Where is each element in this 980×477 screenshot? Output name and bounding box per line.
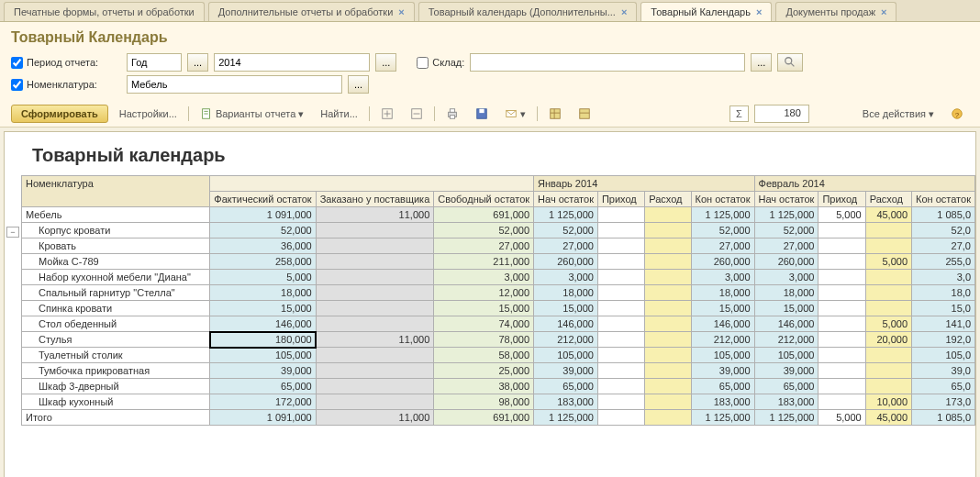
table-row[interactable]: Стулья180,00011,00078,000212,000212,0002… [22, 332, 975, 348]
table-row[interactable]: Мебель1 091,00011,000691,0001 125,0001 1… [22, 207, 975, 223]
cell-name: Набор кухонной мебели "Диана" [22, 270, 210, 285]
cell-value: 3,000 [534, 270, 598, 285]
search-icon [784, 56, 796, 69]
all-actions-button[interactable]: Все действия ▾ [857, 105, 940, 123]
sklad-dots[interactable]: ... [751, 53, 772, 72]
cell-value [645, 254, 691, 270]
col-header: Кон остаток [691, 192, 754, 207]
tab[interactable]: Товарный Календарь× [640, 2, 772, 21]
period-label-text: Период отчета: [27, 57, 98, 68]
table-icon-2[interactable] [573, 105, 596, 123]
cell-value [865, 223, 911, 238]
col-header: Нач остаток [534, 192, 598, 207]
find-button[interactable]: Найти... [315, 105, 363, 122]
close-icon[interactable]: × [621, 6, 627, 17]
cell-value [597, 301, 644, 316]
tree-collapse-icon[interactable]: − [6, 227, 19, 238]
cell-name: Мойка С-789 [22, 254, 210, 270]
cell-value: 15,0 [912, 301, 975, 316]
cell-value: 146,000 [210, 316, 316, 332]
filter-period-label[interactable]: Период отчета: [11, 57, 121, 69]
table-row[interactable]: Итого1 091,00011,000691,0001 125,0001 12… [22, 410, 975, 426]
nomen-dots[interactable]: ... [348, 75, 369, 94]
table-row[interactable]: Корпус кровати52,00052,00052,00052,00052… [22, 223, 975, 238]
nomen-input[interactable] [127, 75, 342, 94]
table-row[interactable]: Спинка кровати15,00015,00015,00015,00015… [22, 301, 975, 316]
sklad-checkbox[interactable] [417, 57, 429, 69]
period-checkbox[interactable] [11, 57, 23, 69]
mail-icon[interactable]: ▾ [499, 105, 531, 123]
cell-value [865, 379, 911, 394]
period-value-dots[interactable]: ... [375, 53, 396, 72]
collapse-icon[interactable] [405, 105, 429, 123]
save-icon[interactable] [470, 105, 494, 123]
cell-value: 65,000 [534, 379, 598, 394]
table-row[interactable]: Спальный гарнитур "Стелла"18,00012,00018… [22, 285, 975, 301]
cell-value [316, 301, 434, 316]
close-icon[interactable]: × [881, 6, 886, 17]
cell-value: 52,000 [691, 223, 754, 238]
tab[interactable]: Печатные формы, отчеты и обработки [4, 2, 205, 21]
cell-value [819, 223, 865, 238]
table-row[interactable]: Туалетный столик105,00058,000105,000105,… [22, 348, 975, 363]
cell-value [819, 332, 865, 348]
month-header: Январь 2014 [534, 176, 754, 192]
sigma-button[interactable]: Σ [729, 105, 749, 122]
cell-value [597, 223, 644, 238]
table-row[interactable]: Кровать36,00027,00027,00027,00027,00027,… [22, 238, 975, 254]
table-row[interactable]: Тумбочка прикроватная39,00025,00039,0003… [22, 363, 975, 379]
cell-value [597, 363, 644, 379]
help-icon[interactable]: ? [945, 105, 969, 123]
nomen-checkbox[interactable] [11, 79, 23, 91]
cell-value: 1 085,0 [912, 207, 975, 223]
sklad-input[interactable] [470, 53, 745, 72]
period-type-select[interactable] [127, 53, 182, 72]
separator [188, 106, 189, 121]
period-type-dots[interactable]: ... [187, 53, 208, 72]
form-button[interactable]: Сформировать [11, 105, 108, 123]
settings-button[interactable]: Настройки... [114, 105, 183, 122]
tab[interactable]: Товарный календарь (Дополнительны...× [418, 2, 638, 21]
filter-panel: Период отчета: ... ... Склад: ... Номенк… [0, 50, 980, 101]
filter-sklad-label[interactable]: Склад: [417, 57, 464, 69]
cell-value: 105,000 [534, 348, 598, 363]
cell-value: 1 125,000 [691, 410, 754, 426]
month-header: Февраль 2014 [754, 176, 974, 192]
cell-value: 172,000 [210, 394, 316, 410]
table-row[interactable]: Шкаф 3-дверный65,00038,00065,00065,00065… [22, 379, 975, 394]
cell-name: Шкаф кухонный [22, 394, 210, 410]
page-title: Товарный Календарь [0, 22, 980, 50]
cell-value [645, 238, 691, 254]
close-icon[interactable]: × [756, 6, 762, 17]
cell-value [316, 254, 434, 270]
period-value-input[interactable] [214, 53, 370, 72]
print-icon[interactable] [440, 105, 464, 123]
filter-nomen-label[interactable]: Номенклатура: [11, 79, 121, 91]
col-header: Нач остаток [754, 192, 819, 207]
cell-name: Кровать [22, 238, 210, 254]
svg-rect-8 [450, 109, 454, 113]
close-icon[interactable]: × [398, 6, 404, 17]
cell-value: 3,0 [912, 270, 975, 285]
cell-name: Стол обеденный [22, 316, 210, 332]
table-row[interactable]: Шкаф кухонный172,00098,000183,000183,000… [22, 394, 975, 410]
cell-value [645, 394, 691, 410]
table-icon-1[interactable] [543, 105, 567, 123]
cell-value: 12,000 [434, 285, 534, 301]
variants-button[interactable]: Варианты отчета ▾ [195, 105, 309, 123]
tab[interactable]: Документы продаж× [775, 2, 896, 21]
cell-value: 5,000 [210, 270, 316, 285]
table-row[interactable]: Набор кухонной мебели "Диана"5,0003,0003… [22, 270, 975, 285]
sklad-search[interactable] [777, 53, 803, 72]
cell-value: 1 091,000 [210, 207, 316, 223]
cell-value [316, 238, 434, 254]
cell-value: 5,000 [819, 207, 865, 223]
report-area[interactable]: Товарный календарь − НоменклатураЯнварь … [4, 131, 976, 477]
cell-value: 1 125,000 [534, 207, 598, 223]
cell-value [865, 270, 911, 285]
table-row[interactable]: Мойка С-789258,000211,000260,000260,0002… [22, 254, 975, 270]
tab[interactable]: Дополнительные отчеты и обработки× [208, 2, 415, 21]
cell-value [597, 379, 644, 394]
table-row[interactable]: Стол обеденный146,00074,000146,000146,00… [22, 316, 975, 332]
expand-icon[interactable] [375, 105, 399, 123]
